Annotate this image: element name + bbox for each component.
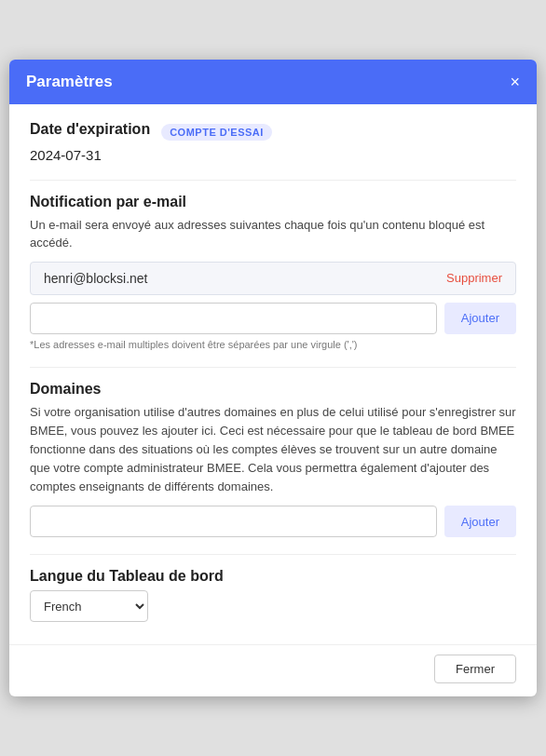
domains-input-row: Ajouter bbox=[30, 506, 516, 537]
email-section-title: Notification par e-mail bbox=[30, 194, 516, 210]
domains-section-title: Domaines bbox=[30, 381, 516, 398]
settings-modal: Paramètres × Date d'expiration COMPTE D'… bbox=[9, 60, 537, 697]
expiry-section: Date d'expiration COMPTE D'ESSAI 2024-07… bbox=[30, 121, 516, 163]
divider-2 bbox=[30, 367, 516, 368]
language-select[interactable]: EnglishFrenchSpanishGermanItalianPortugu… bbox=[30, 590, 148, 622]
email-input-row: Ajouter bbox=[30, 303, 516, 334]
expiry-row: Date d'expiration COMPTE D'ESSAI bbox=[30, 121, 516, 143]
add-email-button[interactable]: Ajouter bbox=[444, 303, 516, 334]
expiry-label: Date d'expiration bbox=[30, 121, 150, 138]
modal-body: Date d'expiration COMPTE D'ESSAI 2024-07… bbox=[9, 104, 537, 645]
domains-input[interactable] bbox=[30, 506, 437, 537]
domains-section: Domaines Si votre organisation utilise d… bbox=[30, 381, 516, 538]
email-value: henri@blocksi.net bbox=[44, 271, 148, 286]
domains-description: Si votre organisation utilise d'autres d… bbox=[30, 403, 516, 497]
trial-badge: COMPTE D'ESSAI bbox=[161, 124, 272, 141]
divider-1 bbox=[30, 180, 516, 181]
close-button[interactable]: Fermer bbox=[434, 655, 516, 683]
email-entry: henri@blocksi.net Supprimer bbox=[30, 262, 516, 295]
add-domain-button[interactable]: Ajouter bbox=[444, 506, 516, 537]
modal-footer: Fermer bbox=[9, 644, 537, 696]
email-section: Notification par e-mail Un e-mail sera e… bbox=[30, 194, 516, 350]
expiry-date: 2024-07-31 bbox=[30, 147, 516, 163]
divider-3 bbox=[30, 554, 516, 555]
email-hint: *Les adresses e-mail multiples doivent ê… bbox=[30, 339, 516, 350]
modal-header: Paramètres × bbox=[9, 60, 537, 104]
email-input[interactable] bbox=[30, 303, 437, 334]
delete-email-button[interactable]: Supprimer bbox=[446, 271, 502, 285]
modal-title: Paramètres bbox=[26, 73, 113, 91]
language-section-title: Langue du Tableau de bord bbox=[30, 568, 516, 585]
language-section: Langue du Tableau de bord EnglishFrenchS… bbox=[30, 568, 516, 622]
close-icon[interactable]: × bbox=[510, 74, 520, 90]
email-description: Un e-mail sera envoyé aux adresses suiva… bbox=[30, 216, 516, 252]
